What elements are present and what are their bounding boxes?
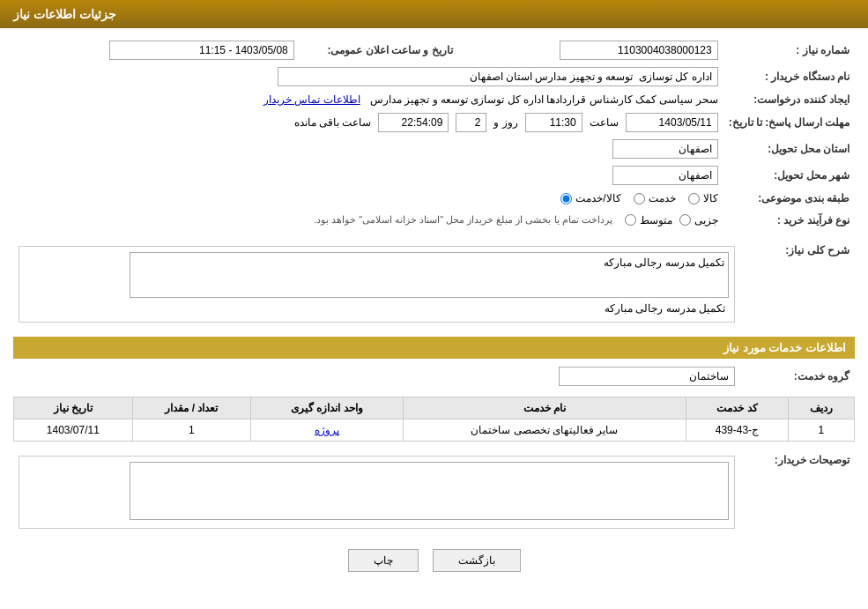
radio-khedmat[interactable] <box>634 193 645 204</box>
saat-label: ساعت <box>590 116 619 129</box>
radio-motevaset-label[interactable]: متوسط <box>625 214 672 227</box>
label-sharh: شرح کلی نیاز: <box>740 239 855 330</box>
input-mohlat-date[interactable] <box>626 113 718 132</box>
label-tosif: توصیحات خریدار: <box>740 449 855 536</box>
radio-kala-khedmat-text: کالا/خدمت <box>575 192 620 204</box>
radio-motevaset[interactable] <box>625 214 636 226</box>
col-tarikh: تاریخ نیاز <box>14 397 133 420</box>
textarea-tosif[interactable] <box>130 462 729 520</box>
input-ostan[interactable] <box>612 139 718 159</box>
input-shomareNiaz[interactable] <box>560 41 718 60</box>
radio-kala-khedmat-label[interactable]: کالا/خدمت <box>560 192 620 204</box>
col-radif: ردیف <box>788 397 854 420</box>
input-mohlat-rooz[interactable] <box>456 113 486 132</box>
label-mohlat: مهلت ارسال پاسخ: تا تاریخ: <box>723 109 855 136</box>
row-sharh: شرح کلی نیاز: تکمیل مدرسه رجالی مبارکه <box>13 239 855 330</box>
cell-radif: 1 <box>788 420 854 442</box>
sharh-value-text: تکمیل مدرسه رجالی مبارکه <box>605 302 725 315</box>
ijadKonande-text: سحر سیاسی کمک کارشناس قراردادها اداره کل… <box>370 93 718 106</box>
label-ostan: استان محل تحویل: <box>723 136 855 162</box>
radio-kala-khedmat[interactable] <box>560 193 572 204</box>
row-tabaghe: طبقه بندی موضوعی: کالا خدمت کالا/خدمت <box>13 189 855 208</box>
noeFarayand-notice: پرداخت تمام یا بخشی از مبلغ خریداز محل "… <box>308 212 618 228</box>
input-tarikh[interactable] <box>109 41 294 60</box>
row-ostan: استان محل تحویل: <box>13 136 855 162</box>
radio-jazzi[interactable] <box>679 214 691 226</box>
back-button[interactable]: بازگشت <box>433 549 521 572</box>
cell-kod: ج-43-439 <box>686 420 788 442</box>
sharh-table: شرح کلی نیاز: تکمیل مدرسه رجالی مبارکه <box>13 239 855 330</box>
label-tabaghe: طبقه بندی موضوعی: <box>723 189 855 208</box>
cell-name: سایر فعالیتهای تخصصی ساختمان <box>403 420 686 442</box>
row-mohlat: مهلت ارسال پاسخ: تا تاریخ: ساعت روز و سا… <box>13 109 855 136</box>
buttons-row: بازگشت چاپ <box>13 549 855 572</box>
tosif-section-box <box>19 456 735 529</box>
row-grohe: گروه خدمت: <box>13 363 855 390</box>
mohlat-row: ساعت روز و ساعت باقی مانده <box>19 113 718 132</box>
print-button[interactable]: چاپ <box>348 549 419 572</box>
radio-kala[interactable] <box>688 193 700 204</box>
row-tosif: توصیحات خریدار: <box>13 449 855 536</box>
service-table-body: 1 ج-43-439 سایر فعالیتهای تخصصی ساختمان … <box>14 420 855 442</box>
row-noeFarayand: نوع فرآیند خرید : جزیی متوسط پرداخت تمام… <box>13 208 855 232</box>
tosif-table: توصیحات خریدار: <box>13 449 855 536</box>
tabaghe-radio-group: کالا خدمت کالا/خدمت <box>560 192 717 204</box>
col-name: نام خدمت <box>403 397 686 420</box>
value-namDastgah <box>13 63 723 90</box>
value-tarikh <box>13 37 300 63</box>
rooz-label: روز و <box>493 116 517 129</box>
page-header: جزئیات اطلاعات نیاز <box>0 0 868 28</box>
service-table-head: ردیف کد خدمت نام خدمت واحد اندازه گیری ت… <box>14 397 855 420</box>
page-title: جزئیات اطلاعات نیاز <box>13 7 116 21</box>
sharh-display: تکمیل مدرسه رجالی مبارکه <box>25 301 729 316</box>
table-row: 1 ج-43-439 سایر فعالیتهای تخصصی ساختمان … <box>14 420 855 442</box>
label-shomareNiaz: شماره نیاز : <box>723 37 855 63</box>
khadamat-section-header: اطلاعات خدمات مورد نیاز <box>13 337 855 359</box>
col-kod: کد خدمت <box>686 397 788 420</box>
service-table: ردیف کد خدمت نام خدمت واحد اندازه گیری ت… <box>13 397 855 442</box>
value-shomareNiaz <box>476 37 723 63</box>
tosif-section: توصیحات خریدار: <box>13 449 855 536</box>
radio-kala-label[interactable]: کالا <box>688 192 718 204</box>
radio-khedmat-text: خدمت <box>649 192 676 204</box>
service-table-header-row: ردیف کد خدمت نام خدمت واحد اندازه گیری ت… <box>14 397 855 420</box>
baghimande-label: ساعت باقی مانده <box>294 116 372 129</box>
radio-jazzi-text: جزیی <box>694 214 718 227</box>
grohe-table: گروه خدمت: <box>13 363 855 390</box>
radio-jazzi-label[interactable]: جزیی <box>679 214 718 227</box>
input-grohe[interactable] <box>559 367 735 386</box>
textarea-sharh[interactable] <box>130 252 729 298</box>
col-tedad: تعداد / مقدار <box>132 397 251 420</box>
input-mohlat-saat[interactable] <box>525 113 582 132</box>
page-wrapper: جزئیات اطلاعات نیاز شماره نیاز : تاریخ و… <box>0 0 868 609</box>
input-namDastgah[interactable] <box>278 67 718 86</box>
form-table: شماره نیاز : تاریخ و ساعت اعلان عمومی: ن… <box>13 37 855 232</box>
label-noeFarayand: نوع فرآیند خرید : <box>723 208 855 232</box>
content-area: شماره نیاز : تاریخ و ساعت اعلان عمومی: ن… <box>0 28 868 590</box>
input-countdown[interactable] <box>378 113 449 132</box>
row-namDastgah: نام دستگاه خریدار : <box>13 63 855 90</box>
label-namDastgah: نام دستگاه خریدار : <box>723 63 855 90</box>
label-tarikh: تاریخ و ساعت اعلان عمومی: <box>300 37 458 63</box>
cell-vahed[interactable]: پروژه <box>251 420 403 442</box>
row-shahr: شهر محل تحویل: <box>13 162 855 189</box>
cell-tarikh: 1403/07/11 <box>14 420 133 442</box>
sharh-section: تکمیل مدرسه رجالی مبارکه <box>19 246 735 323</box>
row-shomareNiaz: شماره نیاز : تاریخ و ساعت اعلان عمومی: <box>13 37 855 63</box>
col-vahed: واحد اندازه گیری <box>251 397 403 420</box>
radio-khedmat-label[interactable]: خدمت <box>634 192 676 204</box>
link-ettelaat-tamas[interactable]: اطلاعات تماس خریدار <box>263 93 360 106</box>
label-ijadKonande: ایجاد کننده درخواست: <box>723 90 855 109</box>
value-ijadKonande: سحر سیاسی کمک کارشناس قراردادها اداره کل… <box>13 90 723 109</box>
cell-tedad: 1 <box>132 420 251 442</box>
input-shahr[interactable] <box>612 166 718 185</box>
noeFarayand-row: جزیی متوسط پرداخت تمام یا بخشی از مبلغ خ… <box>19 212 718 228</box>
radio-kala-text: کالا <box>703 192 718 204</box>
row-ijadKonande: ایجاد کننده درخواست: سحر سیاسی کمک کارشن… <box>13 90 855 109</box>
label-shahr: شهر محل تحویل: <box>723 162 855 189</box>
radio-motevaset-text: متوسط <box>640 214 672 227</box>
label-grohe: گروه خدمت: <box>740 363 855 390</box>
